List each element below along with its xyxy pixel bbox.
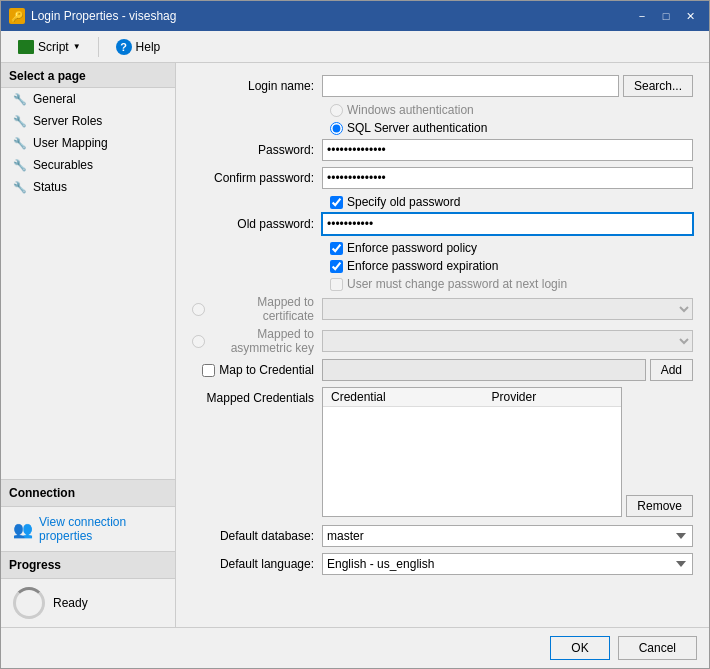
title-bar: 🔑 Login Properties - viseshag − □ ✕ bbox=[1, 1, 709, 31]
password-input[interactable] bbox=[322, 139, 693, 161]
sql-auth-row: SQL Server authentication bbox=[192, 121, 693, 135]
mapped-credentials-table-wrap: Credential Provider bbox=[322, 387, 622, 517]
mapped-key-row: Mapped to asymmetric key bbox=[192, 327, 693, 355]
script-dropdown-icon: ▼ bbox=[73, 42, 81, 51]
sidebar-label-status: Status bbox=[33, 180, 67, 194]
toolbar: Script ▼ ? Help bbox=[1, 31, 709, 63]
help-button[interactable]: ? Help bbox=[107, 35, 170, 59]
must-change-checkbox[interactable] bbox=[330, 278, 343, 291]
progress-content: Ready bbox=[1, 579, 175, 627]
wrench-icon-securables: 🔧 bbox=[13, 159, 27, 172]
main-window: 🔑 Login Properties - viseshag − □ ✕ Scri… bbox=[0, 0, 710, 669]
mapped-credentials-section: Mapped Credentials Credential Provider bbox=[192, 387, 693, 517]
connection-content: 👥 View connection properties bbox=[1, 507, 175, 551]
sql-auth-radio[interactable] bbox=[330, 122, 343, 135]
sidebar-item-general[interactable]: 🔧 General bbox=[1, 88, 175, 110]
enforce-expiration-row: Enforce password expiration bbox=[192, 259, 693, 273]
login-name-input[interactable] bbox=[322, 75, 619, 97]
enforce-policy-checkbox[interactable] bbox=[330, 242, 343, 255]
wrench-icon-general: 🔧 bbox=[13, 93, 27, 106]
remove-button[interactable]: Remove bbox=[626, 495, 693, 517]
specify-old-password-label: Specify old password bbox=[347, 195, 460, 209]
old-password-label: Old password: bbox=[192, 217, 322, 231]
cancel-button[interactable]: Cancel bbox=[618, 636, 697, 660]
must-change-row: User must change password at next login bbox=[192, 277, 693, 291]
default-database-label: Default database: bbox=[192, 529, 322, 543]
toolbar-separator bbox=[98, 37, 99, 57]
title-bar-left: 🔑 Login Properties - viseshag bbox=[9, 8, 176, 24]
connection-section-label: Connection bbox=[1, 479, 175, 507]
enforce-expiration-label: Enforce password expiration bbox=[347, 259, 498, 273]
sidebar-label-user-mapping: User Mapping bbox=[33, 136, 108, 150]
mapped-credentials-table: Credential Provider bbox=[323, 388, 621, 407]
close-button[interactable]: ✕ bbox=[679, 7, 701, 25]
ok-button[interactable]: OK bbox=[550, 636, 609, 660]
enforce-policy-row: Enforce password policy bbox=[192, 241, 693, 255]
restore-button[interactable]: □ bbox=[655, 7, 677, 25]
window-title: Login Properties - viseshag bbox=[31, 9, 176, 23]
map-credential-select[interactable] bbox=[322, 359, 646, 381]
wrench-icon-status: 🔧 bbox=[13, 181, 27, 194]
windows-auth-radio[interactable] bbox=[330, 104, 343, 117]
mapped-credentials-label: Mapped Credentials bbox=[192, 387, 322, 517]
default-database-select[interactable]: master bbox=[322, 525, 693, 547]
connection-icon: 👥 bbox=[13, 520, 33, 539]
enforce-policy-label: Enforce password policy bbox=[347, 241, 477, 255]
sidebar-item-securables[interactable]: 🔧 Securables bbox=[1, 154, 175, 176]
script-icon bbox=[18, 40, 34, 54]
map-credential-checkbox[interactable] bbox=[202, 364, 215, 377]
progress-section-label: Progress bbox=[1, 551, 175, 579]
script-label: Script bbox=[38, 40, 69, 54]
old-password-row: Old password: bbox=[192, 213, 693, 235]
old-password-input[interactable] bbox=[322, 213, 693, 235]
right-panel: Login name: Search... Windows authentica… bbox=[176, 63, 709, 627]
wrench-icon-user-mapping: 🔧 bbox=[13, 137, 27, 150]
map-credential-label: Map to Credential bbox=[219, 363, 314, 377]
select-page-label: Select a page bbox=[1, 63, 175, 88]
default-language-select[interactable]: English - us_english bbox=[322, 553, 693, 575]
title-controls: − □ ✕ bbox=[631, 7, 701, 25]
sidebar-item-status[interactable]: 🔧 Status bbox=[1, 176, 175, 198]
confirm-password-label: Confirm password: bbox=[192, 171, 322, 185]
default-database-row: Default database: master bbox=[192, 525, 693, 547]
mapped-key-label: Mapped to asymmetric key bbox=[192, 327, 322, 355]
progress-status: Ready bbox=[53, 596, 88, 610]
confirm-password-row: Confirm password: bbox=[192, 167, 693, 189]
default-language-label: Default language: bbox=[192, 557, 322, 571]
main-content: Select a page 🔧 General 🔧 Server Roles 🔧… bbox=[1, 63, 709, 627]
mapped-key-select[interactable] bbox=[322, 330, 693, 352]
enforce-expiration-checkbox[interactable] bbox=[330, 260, 343, 273]
search-button[interactable]: Search... bbox=[623, 75, 693, 97]
mapped-key-radio[interactable] bbox=[192, 335, 205, 348]
login-name-label: Login name: bbox=[192, 79, 322, 93]
add-button[interactable]: Add bbox=[650, 359, 693, 381]
window-icon: 🔑 bbox=[9, 8, 25, 24]
must-change-label: User must change password at next login bbox=[347, 277, 567, 291]
progress-spinner bbox=[13, 587, 45, 619]
specify-old-password-row: Specify old password bbox=[192, 195, 693, 209]
help-label: Help bbox=[136, 40, 161, 54]
sidebar: Select a page 🔧 General 🔧 Server Roles 🔧… bbox=[1, 63, 176, 627]
password-label: Password: bbox=[192, 143, 322, 157]
script-button[interactable]: Script ▼ bbox=[9, 36, 90, 58]
map-credential-label-spacer: Map to Credential bbox=[192, 363, 322, 377]
mapped-cert-radio[interactable] bbox=[192, 303, 205, 316]
help-icon: ? bbox=[116, 39, 132, 55]
sidebar-item-user-mapping[interactable]: 🔧 User Mapping bbox=[1, 132, 175, 154]
minimize-button[interactable]: − bbox=[631, 7, 653, 25]
view-connection-link[interactable]: View connection properties bbox=[39, 515, 163, 543]
sidebar-item-server-roles[interactable]: 🔧 Server Roles bbox=[1, 110, 175, 132]
windows-auth-label: Windows authentication bbox=[347, 103, 474, 117]
mapped-cert-row: Mapped to certificate bbox=[192, 295, 693, 323]
sidebar-label-server-roles: Server Roles bbox=[33, 114, 102, 128]
sql-auth-label: SQL Server authentication bbox=[347, 121, 487, 135]
confirm-password-input[interactable] bbox=[322, 167, 693, 189]
credential-col-header: Credential bbox=[323, 388, 484, 407]
default-language-row: Default language: English - us_english bbox=[192, 553, 693, 575]
mapped-cert-select[interactable] bbox=[322, 298, 693, 320]
specify-old-password-checkbox[interactable] bbox=[330, 196, 343, 209]
login-name-row: Login name: Search... bbox=[192, 75, 693, 97]
mapped-cert-label: Mapped to certificate bbox=[192, 295, 322, 323]
password-row: Password: bbox=[192, 139, 693, 161]
wrench-icon-server-roles: 🔧 bbox=[13, 115, 27, 128]
